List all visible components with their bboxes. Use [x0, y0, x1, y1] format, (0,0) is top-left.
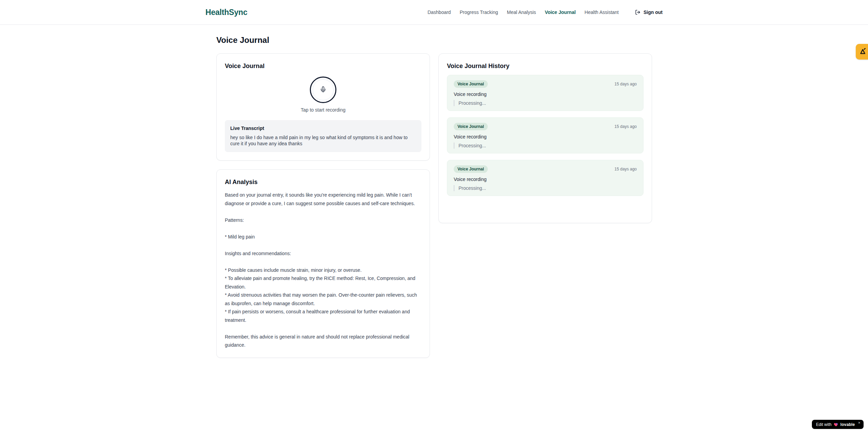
history-entry[interactable]: Voice Journal 15 days ago Voice recordin…	[447, 160, 644, 196]
nav-item-meal-analysis[interactable]: Meal Analysis	[507, 10, 536, 15]
live-transcript-box: Live Transcript hey so like I do have a …	[225, 120, 421, 152]
recorder-card-title: Voice Journal	[225, 62, 421, 70]
nav-item-health-assistant[interactable]: Health Assistant	[585, 10, 619, 15]
entry-status: Processing...	[454, 143, 637, 149]
top-navbar: HealthSync Dashboard Progress Tracking M…	[0, 0, 868, 25]
sign-out-button[interactable]: Sign out	[635, 10, 663, 15]
entry-timestamp: 15 days ago	[615, 167, 637, 171]
ai-analysis-card: AI Analysis Based on your journal entry,…	[216, 169, 430, 358]
entry-type-badge: Voice Journal	[454, 123, 488, 130]
record-button[interactable]	[310, 77, 336, 103]
edit-with-lovable-badge[interactable]: Edit with lovable ✕	[812, 420, 864, 429]
history-entry-header: Voice Journal 15 days ago	[454, 80, 637, 88]
logout-icon	[635, 10, 640, 15]
microphone-icon	[320, 86, 327, 94]
recorder-center: Tap to start recording	[225, 70, 421, 113]
left-column: Voice Journal	[216, 53, 430, 358]
lovable-side-badge[interactable]	[856, 44, 868, 60]
record-button-ring	[313, 79, 334, 100]
two-column-layout: Voice Journal	[216, 53, 652, 358]
history-card-title: Voice Journal History	[447, 62, 644, 70]
entry-type-badge: Voice Journal	[454, 80, 488, 88]
lovable-spark-icon	[858, 47, 867, 56]
navbar-inner: HealthSync Dashboard Progress Tracking M…	[205, 0, 663, 24]
close-icon[interactable]: ✕	[858, 421, 861, 425]
nav-item-voice-journal[interactable]: Voice Journal	[545, 10, 576, 15]
right-column: Voice Journal History Voice Journal 15 d…	[438, 53, 652, 223]
page-title: Voice Journal	[216, 35, 652, 45]
ai-analysis-body: Based on your journal entry, it sounds l…	[225, 191, 421, 349]
history-entry[interactable]: Voice Journal 15 days ago Voice recordin…	[447, 117, 644, 153]
nav-item-progress-tracking[interactable]: Progress Tracking	[460, 10, 498, 15]
heart-icon	[834, 422, 838, 427]
edit-pill-prefix: Edit with	[816, 422, 831, 427]
tap-to-record-label: Tap to start recording	[225, 107, 421, 113]
entry-timestamp: 15 days ago	[615, 124, 637, 129]
voice-journal-history-card: Voice Journal History Voice Journal 15 d…	[438, 53, 652, 223]
sign-out-label: Sign out	[644, 10, 663, 15]
entry-status: Processing...	[454, 185, 637, 191]
edit-pill-brand: lovable	[840, 422, 855, 427]
entry-title: Voice recording	[454, 92, 637, 97]
ai-analysis-title: AI Analysis	[225, 178, 421, 186]
entry-title: Voice recording	[454, 134, 637, 139]
page-content: Voice Journal Voice Journal	[216, 35, 652, 358]
entry-timestamp: 15 days ago	[615, 82, 637, 86]
entry-title: Voice recording	[454, 177, 637, 182]
live-transcript-text: hey so like I do have a mild pain in my …	[230, 134, 416, 147]
history-entry-header: Voice Journal 15 days ago	[454, 165, 637, 173]
entry-status: Processing...	[454, 100, 637, 106]
voice-recorder-card: Voice Journal	[216, 53, 430, 161]
history-entry[interactable]: Voice Journal 15 days ago Voice recordin…	[447, 75, 644, 111]
entry-type-badge: Voice Journal	[454, 165, 488, 173]
live-transcript-title: Live Transcript	[230, 126, 416, 131]
brand-logo[interactable]: HealthSync	[205, 8, 247, 17]
history-entry-header: Voice Journal 15 days ago	[454, 123, 637, 130]
nav-item-dashboard[interactable]: Dashboard	[428, 10, 451, 15]
primary-nav: Dashboard Progress Tracking Meal Analysi…	[428, 10, 663, 15]
